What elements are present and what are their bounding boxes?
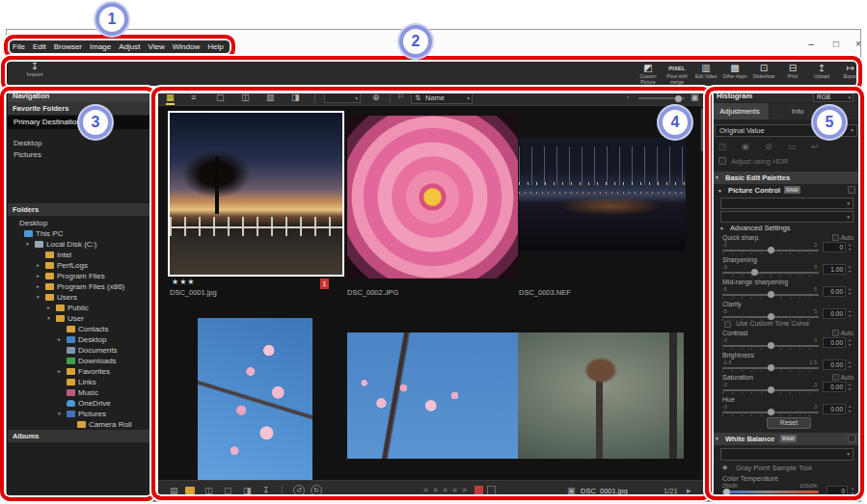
thumbnail-photo-6[interactable]	[518, 332, 684, 459]
paste-adjustments-icon[interactable]: ◉	[742, 142, 749, 151]
tree-item-favorites[interactable]: ▸Favorites	[8, 366, 155, 377]
value-input[interactable]: 1.00	[823, 264, 846, 275]
value-input[interactable]: 0.00	[823, 286, 846, 297]
zoom-select[interactable]: ▾	[324, 93, 361, 103]
rgb-channel-select[interactable]: RGB▾	[813, 92, 853, 102]
checkbox[interactable]	[832, 330, 839, 336]
favorite-pictures[interactable]: Pictures	[8, 149, 155, 161]
menu-view[interactable]: View	[145, 39, 169, 56]
tree-item-downloads[interactable]: Downloads	[8, 356, 155, 366]
scrollbar-thumb[interactable]	[701, 109, 707, 151]
maximize-button[interactable]: □	[827, 37, 845, 51]
gray-point-sample-label[interactable]: Gray Point Sample Tool	[736, 464, 812, 472]
tree-item-intel[interactable]: Intel	[8, 250, 155, 260]
rotate-cw-button[interactable]: ↻	[311, 485, 322, 496]
slider-handle[interactable]	[751, 269, 758, 276]
upload-button[interactable]: ↥Upload	[807, 61, 836, 88]
value-input[interactable]: 0.00	[823, 359, 846, 370]
single-icon[interactable]: ▢	[224, 485, 232, 496]
rating-star-5[interactable]: ★	[461, 486, 468, 494]
rating-star-1[interactable]: ★	[422, 486, 429, 494]
rating-stars[interactable]: ★★★	[172, 278, 196, 286]
tree-item-music[interactable]: Music	[8, 387, 155, 398]
slideshow-button[interactable]: ⊡Slideshow	[749, 61, 778, 88]
spinner[interactable]: ▴▾	[847, 337, 853, 348]
tree-item-perflogs[interactable]: ▸PerfLogs	[8, 260, 155, 271]
expand-icon[interactable]: ▾	[58, 409, 61, 419]
basic-edit-palettes-section[interactable]: ▾Basic Edit Palettes	[711, 172, 861, 184]
red-label-button[interactable]	[474, 486, 483, 495]
expand-icon[interactable]: ▾	[26, 239, 29, 250]
gray-point-sample-icon[interactable]: ◆	[722, 464, 727, 471]
expand-icon[interactable]: ▾	[720, 224, 723, 233]
tree-item-documents[interactable]: Documents	[8, 345, 155, 356]
copy-adjustments-icon[interactable]: ◳	[718, 142, 727, 151]
thumbnail-photo-2[interactable]	[347, 116, 518, 279]
slider-handle[interactable]	[768, 386, 774, 393]
fit-screen-icon[interactable]: ⊕	[372, 92, 380, 103]
adjustment-preset-select[interactable]: Original Value▾	[715, 124, 857, 137]
tree-item-users[interactable]: ▾Users	[8, 292, 155, 303]
compare-icon[interactable]: ◫	[204, 485, 213, 496]
rotate-ccw-button[interactable]: ↺	[293, 485, 305, 496]
tab-info[interactable]: Info	[770, 103, 826, 119]
filmstrip-view-icon[interactable]: ▥	[266, 92, 275, 103]
rating-star-2[interactable]: ★	[432, 486, 439, 494]
thumbnail-photo-3[interactable]	[519, 138, 686, 252]
menu-browser[interactable]: Browser	[50, 39, 86, 56]
albums-header[interactable]: Albums	[8, 430, 155, 442]
expand-icon[interactable]: ▾	[37, 292, 40, 303]
favorite-folders-header[interactable]: Favorite Folders	[8, 102, 155, 115]
thumbnail-photo-1-selected[interactable]	[168, 111, 344, 277]
favorite-desktop[interactable]: Desktop	[8, 138, 155, 149]
collapse-icon[interactable]: ▸	[37, 271, 40, 281]
thumbnail-photo-4[interactable]	[198, 318, 312, 480]
auto-checkbox[interactable]: Auto	[832, 234, 853, 241]
tree-item-program-files[interactable]: ▸Program Files	[8, 271, 155, 281]
close-button[interactable]: ×	[850, 37, 867, 51]
slider-handle[interactable]	[675, 95, 682, 102]
slider-handle[interactable]	[768, 247, 774, 253]
crop-tool-icon[interactable]: ▭	[788, 142, 797, 151]
checkbox[interactable]	[832, 234, 839, 241]
folders-header[interactable]: Folders	[8, 203, 155, 216]
white-balance-section[interactable]: ▾White BalanceRAW	[711, 433, 861, 445]
spinner[interactable]: ▴▾	[847, 382, 853, 392]
split-view-icon[interactable]: ◨	[291, 92, 300, 103]
tree-item-user-desktop[interactable]: ▸Desktop	[8, 334, 155, 345]
menu-adjust[interactable]: Adjust	[115, 39, 144, 56]
tree-item-pictures[interactable]: ▾Pictures	[8, 409, 155, 419]
tree-item-local-disk[interactable]: ▾Local Disk (C:)	[8, 239, 155, 250]
expand-icon[interactable]: ▾	[47, 313, 50, 324]
value-input[interactable]: 0.00	[823, 382, 846, 392]
tree-item-program-files-x86[interactable]: ▸Program Files (x86)	[8, 281, 155, 292]
rating-star-4[interactable]: ★	[451, 486, 458, 494]
histogram-header[interactable]: Histogram RGB▾	[711, 90, 861, 102]
grid-view-icon[interactable]: ▦	[166, 92, 175, 105]
next-image-button[interactable]: ▸	[687, 485, 691, 496]
auto-checkbox[interactable]: Auto	[832, 374, 853, 381]
rating-star-3[interactable]: ★	[442, 486, 448, 494]
value-input[interactable]: 0	[823, 242, 846, 252]
slider-handle[interactable]	[768, 409, 774, 415]
print-button[interactable]: ⊟Print	[778, 61, 807, 88]
picture-control-checkbox[interactable]	[848, 186, 855, 194]
collapse-icon[interactable]: ▸	[37, 260, 40, 271]
menu-edit[interactable]: Edit	[29, 39, 50, 56]
spinner[interactable]: ▴▾	[847, 404, 853, 414]
edit-video-button[interactable]: ▥Edit Video	[691, 61, 720, 88]
spinner[interactable]: ▴▾	[847, 359, 853, 370]
collapse-icon[interactable]: ▸	[58, 334, 61, 345]
save-adjustments-icon[interactable]: ⊘	[765, 142, 772, 151]
folder-up-icon[interactable]: ▤	[170, 485, 178, 496]
menu-file[interactable]: File	[9, 39, 29, 56]
collapse-icon[interactable]: ▸	[47, 303, 50, 313]
menu-help[interactable]: Help	[203, 39, 227, 56]
menu-window[interactable]: Window	[169, 39, 203, 56]
value-input[interactable]: 0.00	[823, 337, 846, 348]
slider-handle[interactable]	[768, 342, 774, 349]
picture-control-fine-select[interactable]: ▾	[720, 211, 853, 223]
spinner[interactable]: ▴▾	[847, 242, 853, 252]
slider-handle[interactable]	[768, 364, 774, 371]
tone-curve-checkbox[interactable]	[724, 321, 731, 328]
